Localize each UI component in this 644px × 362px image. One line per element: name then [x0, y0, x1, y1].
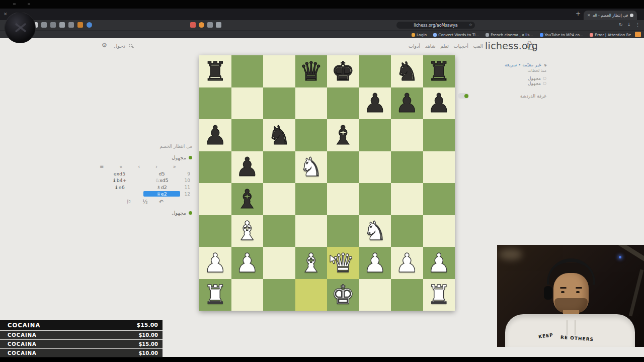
- square-d3[interactable]: [295, 215, 328, 247]
- takeback-button[interactable]: ↶: [159, 199, 164, 205]
- bookmark-item[interactable]: French cinema , a lis...: [486, 33, 533, 37]
- square-f8[interactable]: [359, 55, 391, 87]
- square-e4[interactable]: [327, 183, 359, 215]
- square-b8[interactable]: [231, 55, 264, 87]
- extension-icon[interactable]: [68, 22, 74, 28]
- black-knight-g8[interactable]: ♞: [391, 55, 423, 87]
- square-f5[interactable]: [359, 151, 391, 184]
- bookmarks-extension-icon[interactable]: [635, 32, 641, 37]
- extension-icon[interactable]: [41, 22, 47, 28]
- square-g5[interactable]: [391, 151, 423, 184]
- search-icon[interactable]: [129, 44, 132, 47]
- square-g6[interactable]: [391, 119, 423, 151]
- square-f1[interactable]: [359, 279, 391, 311]
- settings-gear-icon[interactable]: ⚙: [102, 42, 107, 48]
- white-rook-a1[interactable]: ♜: [199, 279, 231, 311]
- square-b6[interactable]: [231, 119, 264, 151]
- square-g3[interactable]: [391, 215, 423, 247]
- black-king-e8[interactable]: ♚: [327, 55, 359, 87]
- extension-icon[interactable]: [50, 22, 56, 28]
- square-c2[interactable]: [263, 247, 295, 279]
- browser-tab[interactable]: ✕ في إنتظار الخصم - العب مع مجهول: [584, 11, 637, 20]
- square-b1[interactable]: [231, 279, 264, 311]
- nav-item[interactable]: أدوات: [409, 43, 420, 49]
- square-d4[interactable]: [295, 183, 328, 215]
- move-nav-button[interactable]: «: [119, 164, 122, 169]
- move-nav-button[interactable]: »: [173, 164, 176, 169]
- square-a3[interactable]: [199, 215, 231, 247]
- square-f4[interactable]: [359, 183, 391, 215]
- black-pawn-f7[interactable]: ♟: [359, 87, 391, 120]
- square-a5[interactable]: [199, 151, 231, 184]
- black-rook-h8[interactable]: ♜: [423, 55, 455, 87]
- black-move[interactable]: ♝b4+: [96, 177, 143, 183]
- square-f6[interactable]: [359, 119, 391, 151]
- address-bar[interactable]: lichess.org/aoMsawya ☆: [396, 22, 475, 29]
- chat-toggle[interactable]: [458, 93, 469, 99]
- white-pawn-b2[interactable]: ♟: [231, 247, 264, 279]
- bookmark-item[interactable]: Convert Words to Ti...: [433, 33, 479, 37]
- square-c5[interactable]: [263, 151, 295, 184]
- move-nav-button[interactable]: ≡: [100, 164, 104, 169]
- white-king-e1[interactable]: ♚: [327, 279, 359, 311]
- square-e5[interactable]: [327, 151, 359, 184]
- square-h4[interactable]: [423, 183, 455, 215]
- square-e3[interactable]: [327, 215, 359, 247]
- square-a4[interactable]: [199, 183, 231, 215]
- meta-player-row[interactable]: مجهول ○: [458, 76, 546, 81]
- toolbar-icon[interactable]: ⋮: [635, 23, 640, 27]
- extension-icon[interactable]: [216, 22, 221, 28]
- white-knight-d5[interactable]: ♞: [295, 151, 328, 184]
- square-e7[interactable]: [327, 87, 359, 120]
- square-c3[interactable]: [263, 215, 295, 247]
- toolbar-icon[interactable]: ↓: [627, 23, 631, 27]
- extension-icon[interactable]: [87, 22, 92, 28]
- white-pawn-g2[interactable]: ♟: [391, 247, 423, 279]
- white-knight-f3[interactable]: ♞: [359, 215, 391, 247]
- black-move[interactable]: ♝e6: [96, 185, 143, 190]
- white-bishop-b3[interactable]: ♝: [231, 215, 264, 247]
- chess-board[interactable]: ♜♛♚♞♜♟♟♟♟♞♝♟♞♝♝♞♟♟♝♛♟♟♟♜♚♜: [199, 55, 455, 311]
- draw-offer-button[interactable]: ½: [142, 199, 148, 205]
- white-move[interactable]: ♘xd5: [143, 177, 180, 183]
- black-pawn-h7[interactable]: ♟: [423, 87, 455, 120]
- square-d1[interactable]: [295, 279, 328, 311]
- white-pawn-f2[interactable]: ♟: [359, 247, 391, 279]
- square-b7[interactable]: [231, 87, 264, 120]
- square-h6[interactable]: [423, 119, 455, 151]
- nav-item[interactable]: العب: [473, 43, 483, 49]
- new-tab-button[interactable]: +: [576, 11, 581, 17]
- window-close-icon[interactable]: ✕: [4, 12, 8, 17]
- square-c1[interactable]: [263, 279, 295, 311]
- toolbar-icon[interactable]: ↻: [619, 23, 623, 27]
- extension-icon[interactable]: [59, 22, 65, 28]
- move-nav-button[interactable]: ‹: [138, 164, 140, 169]
- square-a7[interactable]: [199, 87, 231, 120]
- tab-close-icon[interactable]: ✕: [587, 13, 591, 18]
- black-pawn-g7[interactable]: ♟: [391, 87, 423, 120]
- bookmark-item[interactable]: Error | Attention Re...: [590, 33, 631, 37]
- square-h3[interactable]: [423, 215, 455, 247]
- square-g1[interactable]: [391, 279, 423, 311]
- extension-icon[interactable]: [199, 22, 204, 28]
- white-bishop-d2[interactable]: ♝: [295, 247, 328, 279]
- square-c4[interactable]: [263, 183, 295, 215]
- bookmark-item[interactable]: YouTube to MP4 co...: [540, 33, 584, 37]
- black-rook-a8[interactable]: ♜: [199, 55, 231, 87]
- black-pawn-a6[interactable]: ♟: [199, 119, 231, 151]
- signin-link[interactable]: دخول: [114, 43, 125, 49]
- black-bishop-e6[interactable]: ♝: [327, 119, 359, 151]
- resign-flag-button[interactable]: ⚐: [126, 199, 131, 205]
- nav-item[interactable]: شاهد: [425, 43, 436, 49]
- bookmark-item[interactable]: Login: [412, 33, 427, 37]
- white-pawn-h2[interactable]: ♟: [423, 247, 455, 279]
- square-h5[interactable]: [423, 151, 455, 184]
- meta-player-row[interactable]: مجهول ○: [458, 81, 546, 86]
- white-move[interactable]: ♕e2: [143, 191, 180, 197]
- square-g4[interactable]: [391, 183, 423, 215]
- move-nav-button[interactable]: ›: [155, 164, 157, 169]
- bookmark-star-icon[interactable]: ☆: [469, 23, 472, 28]
- black-queen-d8[interactable]: ♛: [295, 55, 328, 87]
- white-move[interactable]: ♗d2: [143, 185, 180, 190]
- square-d7[interactable]: [295, 87, 328, 120]
